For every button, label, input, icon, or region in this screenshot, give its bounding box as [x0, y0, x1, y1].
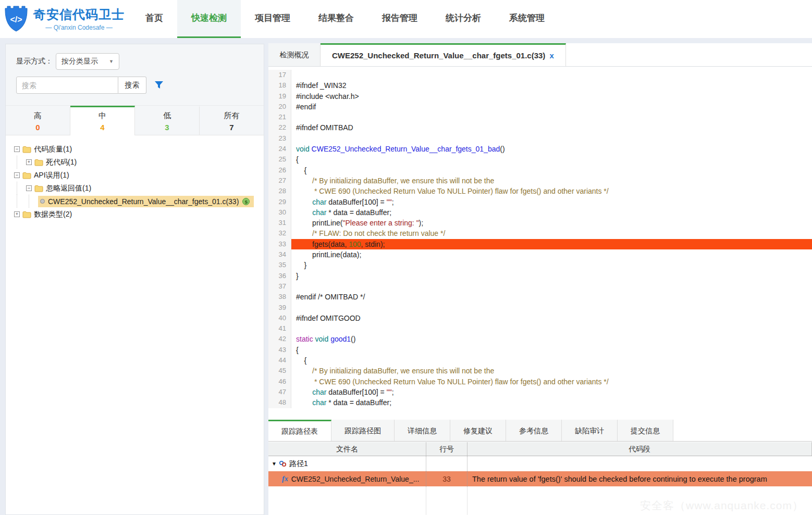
filter-funnel-icon[interactable]	[154, 81, 164, 90]
detail-tab-修复建议[interactable]: 修复建议	[450, 420, 506, 441]
code-line[interactable]: 44 {	[268, 355, 812, 366]
severity-tab-低[interactable]: 低3	[135, 106, 200, 135]
tree-node-content[interactable]: 数据类型(2)	[22, 210, 72, 219]
code-token: #endif	[296, 103, 316, 111]
nav-item-统计分析[interactable]: 统计分析	[432, 0, 495, 38]
code-line[interactable]: 29 char dataBuffer[100] = "";	[268, 197, 812, 207]
code-token: {	[296, 166, 306, 174]
code-line[interactable]: 21	[268, 112, 812, 122]
code-line[interactable]: 31 printLine("Please enter a string: ");	[268, 218, 812, 228]
code-token	[296, 208, 312, 217]
close-icon[interactable]: x	[549, 51, 553, 60]
table-row-defect[interactable]: fxCWE252_Unchecked_Return_Value_...33The…	[268, 471, 812, 486]
code-line[interactable]: 45 /* By initializing dataBuffer, we ens…	[268, 366, 812, 376]
code-line[interactable]: 47 char dataBuffer[100] = "";	[268, 387, 812, 397]
tree-node-content[interactable]: API误用(1)	[22, 171, 69, 180]
collapse-icon[interactable]: −	[26, 185, 32, 191]
tree-node-label[interactable]: 数据类型(2)	[34, 210, 72, 219]
code-token: #ifndef OMITBAD	[296, 123, 353, 132]
code-content: }	[291, 260, 812, 270]
code-content: * CWE 690 (Unchecked Return Value To NUL…	[291, 186, 812, 196]
tree-node-selected[interactable]: CWE252_Unchecked_Return_Value__char_fget…	[38, 196, 254, 207]
search-button[interactable]: 搜索	[118, 77, 146, 94]
code-content: {	[291, 165, 812, 175]
column-header: 代码段	[467, 442, 812, 456]
code-line[interactable]: 40#ifndef OMITGOOD	[268, 313, 812, 323]
code-line[interactable]: 22#ifndef OMITBAD	[268, 122, 812, 133]
collapse-icon[interactable]: −	[14, 146, 20, 152]
code-line-highlighted[interactable]: 33 fgets(data, 100, stdin);	[268, 239, 812, 249]
nav-item-快速检测[interactable]: 快速检测	[177, 0, 241, 38]
code-line[interactable]: 48 char * data = dataBuffer;	[268, 397, 812, 408]
tree-node-label[interactable]: 死代码(1)	[46, 158, 77, 167]
detail-tab-跟踪路径表[interactable]: 跟踪路径表	[268, 420, 331, 441]
code-line[interactable]: 46 * CWE 690 (Unchecked Return Value To …	[268, 376, 812, 387]
tree-node-label[interactable]: CWE252_Unchecked_Return_Value__char_fget…	[48, 197, 239, 206]
folder-icon	[34, 185, 43, 192]
nav-item-结果整合[interactable]: 结果整合	[304, 0, 368, 38]
code-line[interactable]: 38#endif /* OMITBAD */	[268, 292, 812, 302]
code-line[interactable]: 17	[268, 70, 812, 80]
severity-tab-count: 3	[135, 123, 199, 132]
detail-tab-参考信息[interactable]: 参考信息	[506, 420, 562, 441]
code-token: void	[315, 335, 329, 343]
line-number: 42	[268, 334, 291, 344]
code-viewer[interactable]: 1718#ifndef _WIN3219#include <wchar.h>20…	[268, 67, 812, 412]
shield-logo-icon: </>	[4, 5, 28, 32]
code-line[interactable]: 26 {	[268, 165, 812, 175]
search-input[interactable]	[16, 77, 118, 94]
tree-node-content[interactable]: 忽略返回值(1)	[34, 184, 91, 193]
nav-item-报告管理[interactable]: 报告管理	[368, 0, 432, 38]
code-line[interactable]: 42static void good1()	[268, 334, 812, 344]
severity-tab-中[interactable]: 中4	[70, 106, 135, 135]
expand-icon[interactable]: +	[14, 211, 20, 217]
code-line[interactable]: 30 char * data = dataBuffer;	[268, 207, 812, 218]
folder-icon	[34, 159, 43, 166]
code-line[interactable]: 23	[268, 133, 812, 144]
watermark: 安全客（www.anquanke.com）	[640, 498, 804, 513]
code-token: }	[296, 272, 299, 280]
expanded-triangle-icon[interactable]: ▼	[272, 461, 277, 467]
tree-node-label[interactable]: 代码质量(1)	[34, 145, 72, 154]
code-token: ()	[500, 145, 505, 153]
top-header: </> 奇安信代码卫士 — Qi'anxin Codesafe — 首页快速检测…	[0, 0, 812, 38]
code-line[interactable]: 24void CWE252_Unchecked_Return_Value__ch…	[268, 144, 812, 154]
code-line[interactable]: 41	[268, 323, 812, 334]
severity-tab-高[interactable]: 高0	[6, 106, 70, 135]
code-token: printLine(	[296, 219, 342, 227]
display-mode-select[interactable]: 按分类显示 ▼	[56, 53, 119, 70]
code-line[interactable]: 18#ifndef _WIN32	[268, 80, 812, 91]
code-line[interactable]: 19#include <wchar.h>	[268, 91, 812, 102]
collapse-icon[interactable]: −	[14, 172, 20, 178]
detail-tab-详细信息[interactable]: 详细信息	[395, 420, 450, 441]
code-line[interactable]: 37	[268, 281, 812, 292]
tab-overview[interactable]: 检测概况	[268, 43, 321, 66]
tree-node-label[interactable]: API误用(1)	[34, 171, 69, 180]
code-line[interactable]: 43{	[268, 345, 812, 355]
nav-item-项目管理[interactable]: 项目管理	[241, 0, 304, 38]
code-token: /* By initializing dataBuffer, we ensure…	[296, 177, 494, 185]
code-line[interactable]: 27 /* By initializing dataBuffer, we ens…	[268, 175, 812, 186]
code-line[interactable]: 28 * CWE 690 (Unchecked Return Value To …	[268, 186, 812, 196]
tree-node-content[interactable]: 死代码(1)	[34, 158, 77, 167]
code-line[interactable]: 32 /* FLAW: Do not check the return valu…	[268, 228, 812, 238]
code-content: char * data = dataBuffer;	[291, 397, 812, 408]
code-line[interactable]: 25{	[268, 154, 812, 165]
tree-node-content[interactable]: 代码质量(1)	[22, 145, 72, 154]
expand-icon[interactable]: +	[26, 159, 32, 165]
nav-item-系统管理[interactable]: 系统管理	[495, 0, 559, 38]
code-line[interactable]: 36}	[268, 271, 812, 281]
tab-active-file[interactable]: CWE252_Unchecked_Return_Value__char_fget…	[321, 43, 566, 66]
detail-tab-跟踪路径图[interactable]: 跟踪路径图	[331, 420, 395, 441]
severity-tab-所有[interactable]: 所有7	[200, 106, 264, 135]
table-row-group[interactable]: ▼路径1	[268, 456, 812, 471]
code-line[interactable]: 39	[268, 303, 812, 313]
detail-tab-缺陷审计[interactable]: 缺陷审计	[562, 420, 618, 441]
code-line[interactable]: 35 }	[268, 260, 812, 270]
tree-node-label[interactable]: 忽略返回值(1)	[46, 184, 91, 193]
line-number: 36	[268, 271, 291, 281]
code-line[interactable]: 20#endif	[268, 102, 812, 112]
nav-item-首页[interactable]: 首页	[131, 0, 177, 38]
code-line[interactable]: 34 printLine(data);	[268, 249, 812, 260]
detail-tab-提交信息[interactable]: 提交信息	[618, 420, 673, 441]
